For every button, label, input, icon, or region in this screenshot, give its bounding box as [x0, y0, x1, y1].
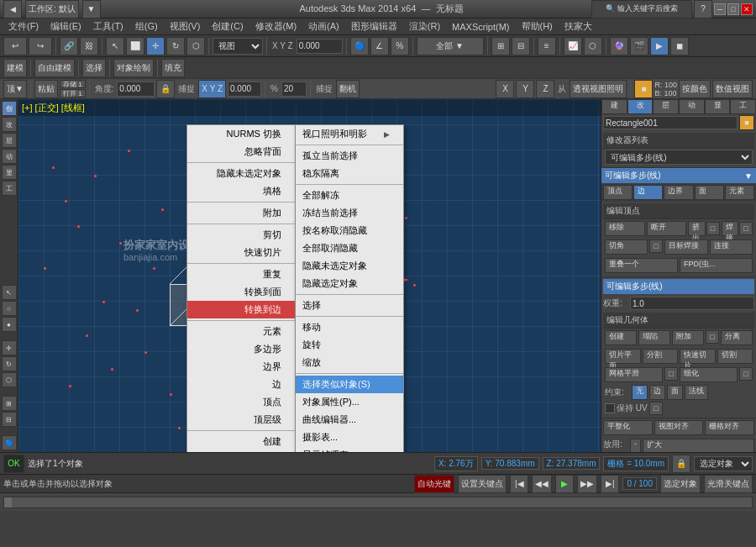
minimize-btn[interactable]: ─ — [714, 3, 726, 15]
rp-tab-motion[interactable]: 动 — [679, 99, 705, 114]
modify-tab[interactable]: 改 — [2, 117, 17, 132]
auto-key-btn[interactable]: 自动光键 — [414, 475, 454, 493]
left-lasso-btn[interactable]: ○ — [2, 301, 17, 316]
open1-btn[interactable]: 打开 1 — [60, 89, 86, 97]
rp-edit-mesh-row[interactable]: 可编辑多步(线) ▼ — [601, 168, 756, 183]
save1-btn[interactable]: 存储 1 — [60, 80, 86, 88]
percent-input[interactable] — [281, 82, 307, 97]
rp-connect-btn[interactable]: 连接 — [710, 239, 753, 255]
redo-btn[interactable]: ↪ — [29, 37, 52, 55]
material-editor-btn[interactable]: 🔮 — [610, 37, 628, 55]
help-btn[interactable]: ? — [694, 0, 712, 18]
undo-btn[interactable]: ↩ — [3, 37, 27, 55]
ctx-move[interactable]: 移动 — [296, 318, 403, 336]
ctx-scale[interactable]: 缩放 — [296, 354, 403, 371]
ctx-hide-sel[interactable]: 隐藏选定对象 — [296, 275, 403, 292]
coord-system[interactable]: 视图 世界 局部 — [213, 38, 263, 55]
rp-flatten-btn[interactable]: 平整化 — [603, 420, 653, 435]
rp-face-btn[interactable]: 面 — [695, 185, 724, 200]
play-btn[interactable]: ▶ — [555, 475, 574, 493]
populate-btn[interactable]: 填充 — [161, 59, 185, 77]
ref-coord-btn[interactable]: 透视视图照明 — [570, 80, 627, 98]
menu-help[interactable]: 帮助(H) — [517, 19, 558, 34]
rp-weld-opts[interactable]: □ — [739, 222, 753, 235]
rp-subop-sub[interactable]: - — [630, 439, 641, 452]
color-key-btn[interactable]: 按颜色 — [679, 80, 711, 98]
move-btn[interactable]: ✛ — [146, 37, 165, 55]
ctx-vp-lighting[interactable]: 视口照明和明影▶ — [296, 125, 403, 143]
menu-animation[interactable]: 动画(A) — [303, 19, 344, 34]
ctx-rotate[interactable]: 旋转 — [296, 336, 403, 354]
search-btn[interactable]: 🔍 输入关键字后搜索 — [591, 0, 692, 18]
ctx-top-level[interactable]: 顶层级 — [187, 411, 295, 429]
rp-geo-create[interactable]: 创建 — [605, 330, 637, 345]
rp-geo-meshsmooth-opts[interactable]: □ — [664, 367, 678, 381]
rp-edge-btn[interactable]: 边 — [633, 185, 663, 200]
rp-subop-expand[interactable]: 扩大 — [643, 439, 754, 452]
build-btn[interactable]: 建模 — [3, 59, 27, 77]
left-paint-btn[interactable]: ● — [2, 317, 17, 332]
ctx-vertex[interactable]: 顶点 — [187, 393, 295, 411]
curve-editor-btn[interactable]: 📈 — [564, 37, 582, 55]
ctx-quick-slice[interactable]: 快速切片 — [187, 244, 295, 261]
select-region-btn[interactable]: ⬜ — [126, 37, 144, 55]
rp-chamfer-opts[interactable]: □ — [649, 239, 663, 253]
ctx-repeat[interactable]: 重复 — [187, 266, 295, 283]
ctx-properties[interactable]: 对象属性(P)... — [296, 393, 403, 411]
scale-btn[interactable]: ⬡ — [186, 37, 205, 55]
mirror-btn[interactable]: ⊞ — [491, 37, 510, 55]
layer-btn[interactable]: ≡ — [538, 37, 556, 55]
next-key-btn[interactable]: ▶▶ — [577, 475, 597, 493]
menu-file[interactable]: 文件(F) — [3, 19, 44, 34]
snap-z-btn[interactable]: Z — [536, 80, 554, 98]
ctx-convert-edge[interactable]: 转换到边 — [187, 301, 295, 318]
time-config-btn[interactable]: 选定对象 — [660, 475, 701, 493]
rp-geo-meshsmooth[interactable]: 网格平滑 — [605, 367, 663, 382]
ctx-dope-sheet[interactable]: 摄影表... — [296, 429, 403, 446]
ctx-fill[interactable]: 填格 — [187, 182, 295, 200]
unit-toggle-btn[interactable]: 翻机 — [336, 80, 360, 98]
named-select-btn[interactable]: 全部 ▼ — [417, 37, 484, 55]
coord-lock-btn[interactable]: 🔒 — [672, 455, 690, 473]
ctx-convert-face[interactable]: 转换到面 — [187, 283, 295, 301]
rp-color-btn[interactable]: ■ — [739, 115, 754, 130]
rp-modifier-dropdown[interactable]: 可编辑多步(线) — [605, 150, 753, 165]
rp-tab-display[interactable]: 显 — [705, 99, 731, 114]
schematic-btn[interactable]: ⬡ — [584, 37, 602, 55]
rp-geo-quick-slice[interactable]: 快速切片 — [680, 349, 716, 364]
menu-modifier[interactable]: 修改器(M) — [250, 19, 302, 34]
ctx-freeze-sel[interactable]: 冻结当前选择 — [296, 204, 403, 222]
snap-x-btn[interactable]: X — [496, 80, 514, 98]
create-tab[interactable]: 创 — [2, 101, 17, 116]
utility-tab[interactable]: 工 — [2, 181, 17, 196]
rp-const-none[interactable]: 无 — [632, 385, 648, 400]
prev-key-btn[interactable]: ◀◀ — [532, 475, 552, 493]
rp-const-face[interactable]: 面 — [667, 385, 683, 400]
rp-geo-attach[interactable]: 附加 — [672, 330, 704, 345]
rp-tab-hier[interactable]: 层 — [653, 99, 679, 114]
mini-curve-btn[interactable]: 光滑关键点 — [704, 475, 753, 493]
workspace-dropdown[interactable]: ▼ — [82, 0, 101, 18]
status-ok-btn[interactable]: OK — [3, 455, 24, 473]
rotate-btn[interactable]: ↻ — [166, 37, 185, 55]
ctx-hide-unsel2[interactable]: 隐藏未选定对象 — [296, 257, 403, 275]
rp-tab-create[interactable]: 建 — [601, 99, 627, 114]
left-align-btn[interactable]: ⊟ — [2, 412, 17, 427]
ctx-edge[interactable]: 边 — [187, 376, 295, 393]
unlink-btn[interactable]: ⛓ — [80, 37, 98, 55]
rp-border-btn[interactable]: 边界 — [664, 185, 693, 200]
rp-geo-slice-plane[interactable]: 切片平面 — [605, 349, 641, 364]
rp-break-btn[interactable]: 断开 — [647, 221, 687, 236]
ctx-attach[interactable]: 附加 — [187, 204, 295, 222]
left-move-btn[interactable]: ✛ — [2, 340, 17, 355]
ctx-unfreeze-all[interactable]: 全部解冻 — [296, 187, 403, 204]
angle-input[interactable] — [117, 82, 155, 97]
rp-extrude-opts[interactable]: □ — [706, 222, 720, 235]
rp-const-edge[interactable]: 边 — [649, 385, 665, 400]
align-btn[interactable]: ⊟ — [512, 37, 530, 55]
snap2-btn[interactable]: X Y Z — [198, 80, 226, 98]
ctx-delete2[interactable]: 删除 — [187, 450, 295, 452]
render-setup-btn[interactable]: 🎬 — [630, 37, 648, 55]
snap-btn[interactable]: 🔵 — [350, 37, 369, 55]
left-scale-btn[interactable]: ⬡ — [2, 372, 17, 387]
